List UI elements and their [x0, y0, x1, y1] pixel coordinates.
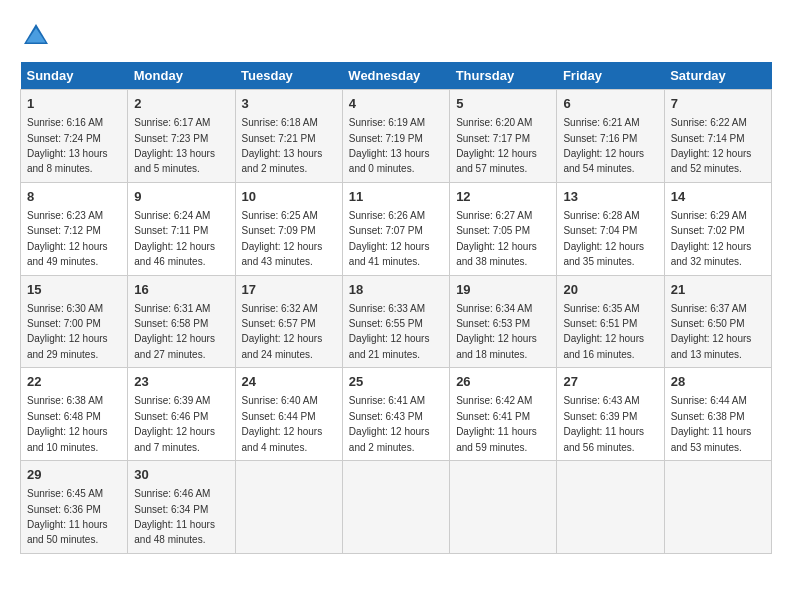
day-info: Sunrise: 6:19 AMSunset: 7:19 PMDaylight:…: [349, 117, 430, 174]
day-info: Sunrise: 6:20 AMSunset: 7:17 PMDaylight:…: [456, 117, 537, 174]
page-header: [20, 20, 772, 52]
day-info: Sunrise: 6:23 AMSunset: 7:12 PMDaylight:…: [27, 210, 108, 267]
day-info: Sunrise: 6:46 AMSunset: 6:34 PMDaylight:…: [134, 488, 215, 545]
calendar-day-23: 23Sunrise: 6:39 AMSunset: 6:46 PMDayligh…: [128, 368, 235, 461]
calendar-day-2: 2Sunrise: 6:17 AMSunset: 7:23 PMDaylight…: [128, 90, 235, 183]
day-info: Sunrise: 6:44 AMSunset: 6:38 PMDaylight:…: [671, 395, 752, 452]
calendar-day-21: 21Sunrise: 6:37 AMSunset: 6:50 PMDayligh…: [664, 275, 771, 368]
day-info: Sunrise: 6:29 AMSunset: 7:02 PMDaylight:…: [671, 210, 752, 267]
calendar-day-5: 5Sunrise: 6:20 AMSunset: 7:17 PMDaylight…: [450, 90, 557, 183]
empty-cell: [450, 461, 557, 554]
day-number: 28: [671, 373, 765, 391]
day-info: Sunrise: 6:16 AMSunset: 7:24 PMDaylight:…: [27, 117, 108, 174]
day-number: 7: [671, 95, 765, 113]
empty-cell: [235, 461, 342, 554]
day-info: Sunrise: 6:32 AMSunset: 6:57 PMDaylight:…: [242, 303, 323, 360]
day-info: Sunrise: 6:34 AMSunset: 6:53 PMDaylight:…: [456, 303, 537, 360]
day-number: 22: [27, 373, 121, 391]
day-info: Sunrise: 6:28 AMSunset: 7:04 PMDaylight:…: [563, 210, 644, 267]
day-info: Sunrise: 6:26 AMSunset: 7:07 PMDaylight:…: [349, 210, 430, 267]
day-info: Sunrise: 6:40 AMSunset: 6:44 PMDaylight:…: [242, 395, 323, 452]
day-number: 13: [563, 188, 657, 206]
day-number: 25: [349, 373, 443, 391]
calendar-day-9: 9Sunrise: 6:24 AMSunset: 7:11 PMDaylight…: [128, 182, 235, 275]
day-number: 2: [134, 95, 228, 113]
calendar-day-28: 28Sunrise: 6:44 AMSunset: 6:38 PMDayligh…: [664, 368, 771, 461]
day-info: Sunrise: 6:25 AMSunset: 7:09 PMDaylight:…: [242, 210, 323, 267]
day-number: 20: [563, 281, 657, 299]
day-number: 30: [134, 466, 228, 484]
day-number: 27: [563, 373, 657, 391]
day-number: 19: [456, 281, 550, 299]
calendar-day-11: 11Sunrise: 6:26 AMSunset: 7:07 PMDayligh…: [342, 182, 449, 275]
day-number: 12: [456, 188, 550, 206]
calendar-day-20: 20Sunrise: 6:35 AMSunset: 6:51 PMDayligh…: [557, 275, 664, 368]
calendar-day-27: 27Sunrise: 6:43 AMSunset: 6:39 PMDayligh…: [557, 368, 664, 461]
calendar-day-7: 7Sunrise: 6:22 AMSunset: 7:14 PMDaylight…: [664, 90, 771, 183]
day-info: Sunrise: 6:39 AMSunset: 6:46 PMDaylight:…: [134, 395, 215, 452]
calendar-day-15: 15Sunrise: 6:30 AMSunset: 7:00 PMDayligh…: [21, 275, 128, 368]
logo-icon: [20, 20, 52, 52]
day-number: 6: [563, 95, 657, 113]
calendar-day-22: 22Sunrise: 6:38 AMSunset: 6:48 PMDayligh…: [21, 368, 128, 461]
day-number: 14: [671, 188, 765, 206]
day-number: 10: [242, 188, 336, 206]
empty-cell: [342, 461, 449, 554]
day-number: 8: [27, 188, 121, 206]
column-header-friday: Friday: [557, 62, 664, 90]
calendar-table: SundayMondayTuesdayWednesdayThursdayFrid…: [20, 62, 772, 554]
column-header-thursday: Thursday: [450, 62, 557, 90]
column-header-sunday: Sunday: [21, 62, 128, 90]
empty-cell: [664, 461, 771, 554]
column-header-saturday: Saturday: [664, 62, 771, 90]
calendar-day-24: 24Sunrise: 6:40 AMSunset: 6:44 PMDayligh…: [235, 368, 342, 461]
day-info: Sunrise: 6:21 AMSunset: 7:16 PMDaylight:…: [563, 117, 644, 174]
calendar-day-18: 18Sunrise: 6:33 AMSunset: 6:55 PMDayligh…: [342, 275, 449, 368]
calendar-day-19: 19Sunrise: 6:34 AMSunset: 6:53 PMDayligh…: [450, 275, 557, 368]
day-number: 29: [27, 466, 121, 484]
calendar-day-3: 3Sunrise: 6:18 AMSunset: 7:21 PMDaylight…: [235, 90, 342, 183]
day-info: Sunrise: 6:41 AMSunset: 6:43 PMDaylight:…: [349, 395, 430, 452]
day-info: Sunrise: 6:37 AMSunset: 6:50 PMDaylight:…: [671, 303, 752, 360]
empty-cell: [557, 461, 664, 554]
day-number: 17: [242, 281, 336, 299]
calendar-day-14: 14Sunrise: 6:29 AMSunset: 7:02 PMDayligh…: [664, 182, 771, 275]
day-info: Sunrise: 6:33 AMSunset: 6:55 PMDaylight:…: [349, 303, 430, 360]
calendar-header-row: SundayMondayTuesdayWednesdayThursdayFrid…: [21, 62, 772, 90]
day-number: 18: [349, 281, 443, 299]
calendar-day-12: 12Sunrise: 6:27 AMSunset: 7:05 PMDayligh…: [450, 182, 557, 275]
day-info: Sunrise: 6:35 AMSunset: 6:51 PMDaylight:…: [563, 303, 644, 360]
day-number: 15: [27, 281, 121, 299]
day-number: 24: [242, 373, 336, 391]
column-header-wednesday: Wednesday: [342, 62, 449, 90]
calendar-day-30: 30Sunrise: 6:46 AMSunset: 6:34 PMDayligh…: [128, 461, 235, 554]
calendar-body: 1Sunrise: 6:16 AMSunset: 7:24 PMDaylight…: [21, 90, 772, 554]
day-info: Sunrise: 6:45 AMSunset: 6:36 PMDaylight:…: [27, 488, 108, 545]
calendar-day-29: 29Sunrise: 6:45 AMSunset: 6:36 PMDayligh…: [21, 461, 128, 554]
day-info: Sunrise: 6:42 AMSunset: 6:41 PMDaylight:…: [456, 395, 537, 452]
calendar-week-1: 1Sunrise: 6:16 AMSunset: 7:24 PMDaylight…: [21, 90, 772, 183]
day-info: Sunrise: 6:24 AMSunset: 7:11 PMDaylight:…: [134, 210, 215, 267]
day-number: 5: [456, 95, 550, 113]
calendar-week-5: 29Sunrise: 6:45 AMSunset: 6:36 PMDayligh…: [21, 461, 772, 554]
calendar-week-2: 8Sunrise: 6:23 AMSunset: 7:12 PMDaylight…: [21, 182, 772, 275]
day-info: Sunrise: 6:31 AMSunset: 6:58 PMDaylight:…: [134, 303, 215, 360]
column-header-monday: Monday: [128, 62, 235, 90]
day-number: 1: [27, 95, 121, 113]
day-number: 23: [134, 373, 228, 391]
day-info: Sunrise: 6:27 AMSunset: 7:05 PMDaylight:…: [456, 210, 537, 267]
day-number: 21: [671, 281, 765, 299]
calendar-day-25: 25Sunrise: 6:41 AMSunset: 6:43 PMDayligh…: [342, 368, 449, 461]
day-number: 26: [456, 373, 550, 391]
logo: [20, 20, 56, 52]
day-number: 4: [349, 95, 443, 113]
day-info: Sunrise: 6:38 AMSunset: 6:48 PMDaylight:…: [27, 395, 108, 452]
calendar-day-10: 10Sunrise: 6:25 AMSunset: 7:09 PMDayligh…: [235, 182, 342, 275]
calendar-day-26: 26Sunrise: 6:42 AMSunset: 6:41 PMDayligh…: [450, 368, 557, 461]
calendar-week-4: 22Sunrise: 6:38 AMSunset: 6:48 PMDayligh…: [21, 368, 772, 461]
day-info: Sunrise: 6:43 AMSunset: 6:39 PMDaylight:…: [563, 395, 644, 452]
day-info: Sunrise: 6:18 AMSunset: 7:21 PMDaylight:…: [242, 117, 323, 174]
calendar-day-13: 13Sunrise: 6:28 AMSunset: 7:04 PMDayligh…: [557, 182, 664, 275]
calendar-day-8: 8Sunrise: 6:23 AMSunset: 7:12 PMDaylight…: [21, 182, 128, 275]
column-header-tuesday: Tuesday: [235, 62, 342, 90]
